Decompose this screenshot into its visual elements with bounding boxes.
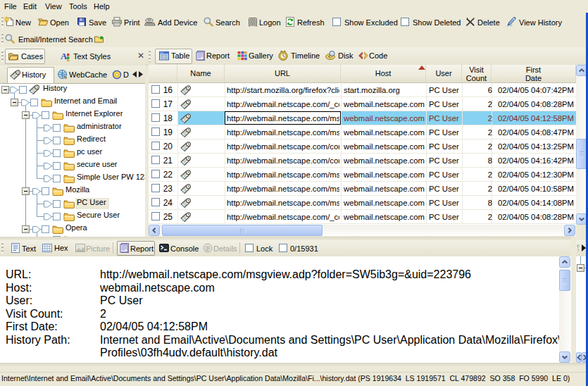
svg-text:A: A — [61, 51, 68, 61]
